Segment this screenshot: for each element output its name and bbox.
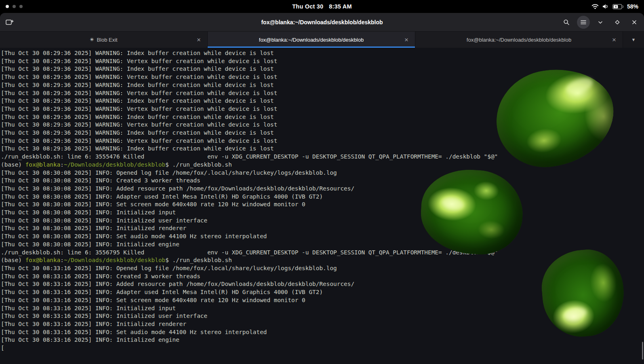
terminal-line: [Thu Oct 30 08:29:36 2025] WARNING: Vert…: [1, 57, 644, 66]
tab-blob-exit[interactable]: ✳ Blob Exit ×: [0, 32, 208, 48]
clock-menu[interactable]: Thu Oct 308:35 AM: [0, 3, 644, 10]
tab-label: Blob Exit: [97, 37, 117, 43]
maximize-button[interactable]: [611, 16, 624, 29]
titlebar[interactable]: fox@blanka:~/Downloads/deskblob/deskblob: [0, 13, 644, 32]
terminal-line: [Thu Oct 30 08:29:36 2025] WARNING: Inde…: [1, 49, 644, 57]
tabs-overflow-button[interactable]: ▼: [623, 32, 644, 48]
maximize-icon: [614, 19, 621, 25]
tab-close-button[interactable]: ×: [610, 35, 619, 44]
terminal-line: [Thu Oct 30 08:30:08 2025] INFO: Initial…: [1, 209, 644, 217]
terminal-window: fox@blanka:~/Downloads/deskblob/deskblob: [0, 13, 644, 364]
tab-bar: ✳ Blob Exit × fox@blanka:~/Downloads/des…: [0, 32, 644, 48]
terminal-line: [Thu Oct 30 08:30:08 2025] INFO: Created…: [1, 177, 644, 185]
terminal-line: [Thu Oct 30 08:30:08 2025] INFO: Initial…: [1, 217, 644, 225]
minimize-button[interactable]: [594, 16, 607, 29]
terminal-line: [Thu Oct 30 08:30:08 2025] INFO: Adapter…: [1, 193, 644, 201]
terminal-line: [Thu Oct 30 08:33:16 2025] INFO: Set aud…: [1, 328, 644, 336]
terminal-line: [Thu Oct 30 08:33:16 2025] INFO: Initial…: [1, 320, 644, 328]
date-label: Thu Oct 30: [292, 3, 323, 10]
tab-close-button[interactable]: ×: [402, 35, 411, 44]
terminal-line: [Thu Oct 30 08:33:16 2025] INFO: Initial…: [1, 336, 644, 344]
minimize-icon: [597, 19, 604, 25]
window-title: fox@blanka:~/Downloads/deskblob/deskblob: [0, 19, 644, 25]
terminal-line: [Thu Oct 30 08:30:08 2025] INFO: Added r…: [1, 185, 644, 193]
tab-close-button[interactable]: ×: [194, 35, 203, 44]
hamburger-menu-icon: [580, 19, 587, 25]
terminal[interactable]: [Thu Oct 30 08:29:36 2025] WARNING: Inde…: [0, 48, 644, 364]
blob-highlight: [564, 75, 595, 97]
time-label: 8:35 AM: [329, 3, 351, 10]
system-top-bar: Thu Oct 308:35 AM 58%: [0, 0, 644, 13]
terminal-line: [Thu Oct 30 08:30:08 2025] INFO: Set scr…: [1, 201, 644, 209]
terminal-line: [Thu Oct 30 08:30:08 2025] INFO: Initial…: [1, 224, 644, 233]
tab-label: fox@blanka:~/Downloads/deskblob/deskblob: [259, 37, 364, 43]
terminal-line: [: [1, 344, 644, 352]
search-icon: [563, 19, 570, 25]
main-menu-button[interactable]: [577, 16, 590, 29]
tab-activity-icon: ✳: [90, 37, 94, 42]
terminal-line: (base) fox@blanka:~/Downloads/deskblob/d…: [1, 256, 644, 265]
new-tab-button[interactable]: [3, 16, 16, 29]
close-button[interactable]: [628, 16, 641, 29]
terminal-line: [Thu Oct 30 08:30:08 2025] INFO: Opened …: [1, 169, 644, 177]
blob-highlight: [563, 306, 588, 322]
close-icon: [631, 19, 638, 25]
terminal-line: ./run_deskblob.sh: line 6: 3556795 Kille…: [1, 249, 644, 257]
terminal-line: [Thu Oct 30 08:30:08 2025] INFO: Set aud…: [1, 233, 644, 241]
tab-label: fox@blanka:~/Downloads/deskblob/deskblob: [467, 37, 571, 43]
chevron-down-icon: ▼: [631, 37, 636, 42]
terminal-scrollbar[interactable]: [642, 342, 643, 360]
tab-deskblob-2[interactable]: fox@blanka:~/Downloads/deskblob/deskblob…: [415, 32, 623, 48]
terminal-line: [Thu Oct 30 08:30:08 2025] INFO: Initial…: [1, 241, 644, 249]
blob-highlight: [441, 195, 465, 212]
tab-deskblob-active[interactable]: fox@blanka:~/Downloads/deskblob/deskblob…: [208, 32, 415, 48]
search-button[interactable]: [560, 16, 573, 29]
new-terminal-icon: [6, 19, 14, 25]
